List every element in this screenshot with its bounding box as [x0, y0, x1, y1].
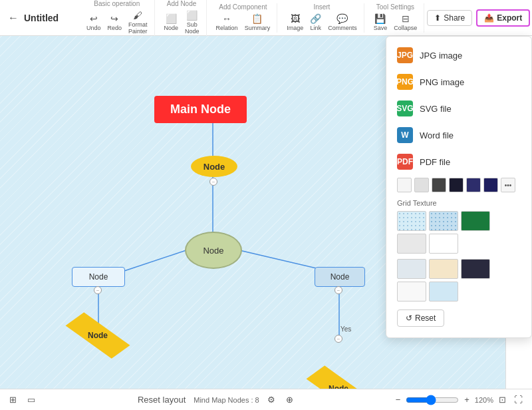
node-diamond-right-label: Node: [329, 384, 348, 389]
node-diamond-right[interactable]: Node: [315, 375, 362, 389]
grid-swatch-6[interactable]: [397, 259, 426, 279]
zoom-in-button[interactable]: +: [462, 393, 472, 406]
swatch-more[interactable]: •••: [501, 178, 515, 192]
export-icon: 📤: [484, 13, 494, 23]
export-button[interactable]: 📤 Export: [476, 9, 530, 27]
node-diamond-left-label: Node: [88, 331, 108, 340]
svg-icon: SVG: [397, 101, 413, 116]
export-pdf-label: PDF file: [420, 157, 450, 167]
fullscreen-icon-button[interactable]: ⛶: [511, 393, 525, 406]
grid-swatch-8[interactable]: [461, 259, 490, 279]
map-icon-button[interactable]: ⊞: [7, 393, 19, 406]
back-button[interactable]: ←: [5, 9, 21, 27]
png-icon: PNG: [397, 74, 413, 90]
redo-button[interactable]: ↪Redo: [105, 12, 125, 33]
add-node-button[interactable]: ⬜Node: [162, 12, 182, 33]
grid-swatches-row2: [386, 256, 531, 304]
link-button[interactable]: 🔗Link: [307, 12, 324, 33]
collapse-dot-2[interactable]: −: [94, 286, 102, 294]
grid-swatch-9[interactable]: [397, 282, 426, 302]
grid-swatch-1[interactable]: [397, 211, 426, 231]
toolbar-group-insert: Insert 🖼Image 🔗Link 💬Comments: [280, 3, 364, 33]
main-node-label: Main Node: [170, 102, 231, 116]
swatch-5[interactable]: [466, 178, 481, 192]
grid-swatch-5[interactable]: [429, 234, 458, 254]
node-oval-label: Node: [203, 162, 225, 172]
grid-swatch-4[interactable]: [397, 234, 426, 254]
export-jpg-label: JPG image: [420, 51, 462, 61]
relation-button[interactable]: ↔Relation: [213, 12, 241, 33]
export-jpg-item[interactable]: JPG JPG image: [386, 42, 531, 69]
grid-swatch-7[interactable]: [429, 259, 458, 279]
comments-button[interactable]: 💬Comments: [325, 12, 360, 33]
zoom-slider[interactable]: [406, 395, 459, 405]
swatch-2[interactable]: [414, 178, 429, 192]
bottom-bar: ⊞ ▭ Reset layout Mind Map Nodes : 8 ⚙ ⊕ …: [0, 389, 532, 410]
node-oval[interactable]: Node: [191, 156, 237, 177]
summary-button[interactable]: 📋Summary: [242, 12, 273, 33]
swatch-1[interactable]: [397, 178, 412, 192]
export-panel: JPG JPG image PNG PNG image SVG SVG file…: [386, 36, 532, 338]
export-pdf-item[interactable]: PDF PDF file: [386, 148, 531, 175]
node-rect-left-label: Node: [89, 272, 108, 282]
header: ← Untitled Basic operation ↩Undo ↪Redo 🖌…: [0, 0, 532, 36]
reset-button[interactable]: ↺ Reset: [397, 309, 444, 327]
fit-icon-button[interactable]: ⊡: [496, 393, 509, 406]
zoom-out-button[interactable]: −: [393, 393, 404, 406]
yes-label: Yes: [340, 325, 351, 333]
export-svg-item[interactable]: SVG SVG file: [386, 95, 531, 122]
grid-swatch-2[interactable]: [429, 211, 458, 231]
color-swatches: •••: [386, 175, 531, 195]
pdf-icon: PDF: [397, 154, 413, 170]
grid-texture-label: Grid Texture: [386, 195, 531, 208]
node-circle[interactable]: Node: [185, 232, 242, 269]
format-painter-button[interactable]: 🖌Format Painter: [126, 9, 150, 36]
layers-icon-button[interactable]: ▭: [25, 393, 38, 406]
export-word-label: Word file: [420, 130, 454, 140]
share-icon-button[interactable]: ⊕: [283, 393, 296, 406]
toolbar-group-tool-settings: Tool Settings 💾Save ⊟Collapse: [367, 3, 425, 33]
export-svg-label: SVG file: [420, 104, 452, 114]
node-rect-right-label: Node: [331, 272, 350, 282]
swatch-4[interactable]: [449, 178, 464, 192]
swatch-3[interactable]: [432, 178, 446, 192]
header-right: ⬆ Share 📤 Export: [427, 9, 530, 27]
svg-line-2: [116, 250, 186, 274]
undo-button[interactable]: ↩Undo: [84, 12, 104, 33]
toolbar-group-add-component: Add Component ↔Relation 📋Summary: [209, 3, 278, 33]
toolbar-group-add-node: Add Node ⬜Node ⬜Sub Node: [158, 0, 207, 36]
zoom-level-label: 120%: [475, 396, 493, 404]
export-png-label: PNG image: [420, 77, 464, 87]
save-button[interactable]: 💾Save: [371, 12, 390, 33]
collapse-dot-yes[interactable]: −: [334, 335, 342, 343]
reset-layout-button[interactable]: Reset layout: [135, 393, 188, 406]
reset-label: Reset: [415, 313, 436, 323]
node-rect-left[interactable]: Node: [72, 267, 125, 287]
collapse-dot-1[interactable]: −: [209, 178, 217, 186]
settings-icon-button[interactable]: ⚙: [265, 393, 278, 406]
collapse-dot-3[interactable]: −: [334, 286, 342, 294]
grid-swatch-3[interactable]: [461, 211, 490, 231]
toolbar-group-basic: Basic operation ↩Undo ↪Redo 🖌Format Pain…: [80, 0, 155, 36]
node-count-label: Mind Map Nodes : 8: [194, 396, 259, 404]
node-diamond-left[interactable]: Node: [74, 322, 121, 349]
collapse-button[interactable]: ⊟Collapse: [391, 12, 420, 33]
add-subnode-button[interactable]: ⬜Sub Node: [182, 9, 202, 36]
zoom-control: − + 120% ⊡ ⛶: [393, 393, 525, 406]
grid-swatches-row1: [386, 208, 531, 256]
document-title: Untitled: [24, 13, 77, 23]
node-rect-right[interactable]: Node: [315, 267, 365, 287]
node-circle-label: Node: [203, 246, 223, 256]
main-node[interactable]: Main Node: [154, 96, 247, 123]
share-label: Share: [444, 13, 465, 23]
swatch-6[interactable]: [483, 178, 498, 192]
export-word-item[interactable]: W Word file: [386, 122, 531, 148]
export-png-item[interactable]: PNG PNG image: [386, 69, 531, 95]
share-button[interactable]: ⬆ Share: [427, 10, 472, 26]
word-icon: W: [397, 127, 413, 143]
share-icon: ⬆: [434, 13, 441, 23]
grid-swatch-10[interactable]: [429, 282, 458, 302]
jpg-icon: JPG: [397, 47, 413, 63]
toolbar-group-label-basic: Basic operation: [94, 0, 140, 7]
image-button[interactable]: 🖼Image: [284, 12, 306, 33]
